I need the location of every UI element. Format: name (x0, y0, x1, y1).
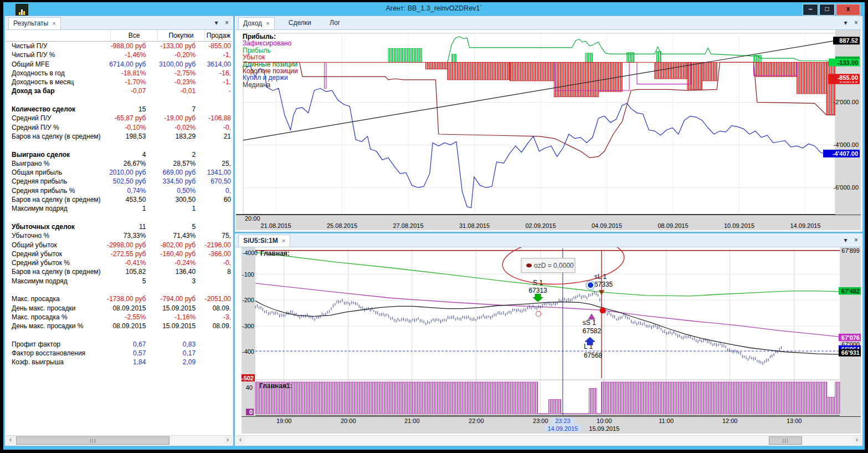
row-value-buys: 15.09.2015 (152, 304, 202, 313)
time-tick-label: 10:00 (597, 418, 612, 424)
tab-trades[interactable]: Сделки (284, 17, 316, 29)
title-bar[interactable]: Агент: BB_1.3_reinvOZDRev1` – □ x (3, 2, 865, 16)
scroll-right-button[interactable]: › (852, 436, 861, 445)
si-chart[interactable]: S 167313sL 167335sS 167582L 167568ozD = … (236, 247, 861, 435)
table-row[interactable]: Выиграно сделок 4 2 (6, 150, 232, 159)
panel-menu-icon[interactable]: ▾ (844, 19, 848, 27)
table-row[interactable]: Профит фактор 0,67 0,83 (6, 340, 232, 349)
row-value-all (103, 213, 153, 222)
table-row[interactable] (6, 286, 232, 294)
y-tick-label: -2'000.00 (833, 99, 859, 105)
scroll-grip-icon (783, 439, 788, 443)
table-row[interactable]: Средний убыток -272,55 руб -160,40 руб -… (6, 250, 232, 258)
table-row[interactable]: Фактор восстановления 0,57 0,17 (6, 349, 232, 358)
table-row[interactable]: Выиграно % 26,67% 28,57% 25, (6, 159, 232, 168)
table-row[interactable]: Макс. просадка % -2,55% -1,16% -3, (6, 313, 232, 322)
row-value-buys (152, 213, 202, 222)
close-button[interactable]: x (836, 4, 860, 16)
row-label: День макс. просадки (6, 304, 103, 313)
sub-pane-label: Главная1: (259, 382, 292, 390)
row-label: Средний П/У % (6, 123, 103, 132)
table-row[interactable]: Максимум подряд 5 3 (6, 277, 232, 286)
table-row[interactable]: Макс. просадка -1738,00 руб -794,00 руб … (6, 294, 232, 303)
results-hscrollbar[interactable]: ‹ › (6, 435, 232, 445)
panel-close-icon[interactable]: × (854, 236, 858, 244)
col-header-sells[interactable]: Продаж (205, 30, 232, 41)
income-chart[interactable]: 20:0021.08.201525.08.201527.08.201531.08… (236, 30, 861, 230)
row-value-sells: 25, (202, 159, 232, 168)
table-row[interactable]: Количество сделок 15 7 (6, 105, 232, 114)
table-row[interactable]: Средняя прибыль % 0,74% 0,50% 0, (6, 186, 232, 195)
row-value-sells: -106,88 (202, 114, 232, 123)
table-row[interactable]: Убыточных сделок 11 5 (6, 222, 232, 231)
panel-close-icon[interactable]: × (854, 19, 858, 27)
app-window: Агент: BB_1.3_reinvOZDRev1` – □ x Резуль… (3, 2, 865, 450)
table-row[interactable]: Общая прибыль 2010,00 руб 669,00 руб 134… (6, 168, 232, 177)
row-label (6, 213, 103, 222)
maximize-button[interactable]: □ (819, 4, 835, 16)
table-row[interactable]: Чистый П/У -988,00 руб -133,00 руб -855,… (6, 42, 232, 50)
table-row[interactable]: Доходность в год -18,81% -2,75% -16, (6, 69, 232, 78)
col-header-buys[interactable]: Покупки (158, 30, 205, 41)
tab-close-icon[interactable]: × (282, 235, 285, 247)
table-row[interactable]: Доход за бар -0,07 -0,01 - (6, 86, 232, 95)
time-tick-label: 23:00 (533, 418, 548, 424)
table-row[interactable]: Общий убыток -2998,00 руб -802,00 руб -2… (6, 241, 232, 250)
row-value-buys: 669,00 руб (152, 168, 202, 177)
row-value-all: 6714,00 руб (103, 60, 153, 69)
row-value-all (103, 286, 153, 294)
table-row[interactable]: Средний П/У % -0,10% -0,02% -0, (6, 123, 232, 132)
row-label: Доход за бар (6, 86, 103, 95)
row-value-buys: 0,17 (152, 349, 202, 358)
row-value-all: 502,50 руб (103, 177, 153, 186)
scroll-left-button[interactable]: ‹ (6, 436, 15, 445)
table-row[interactable]: Баров на сделку (в среднем) 105,82 136,4… (6, 267, 232, 276)
row-value-all: -2998,00 руб (103, 241, 153, 250)
tab-income[interactable]: Доход× (238, 17, 275, 29)
table-row[interactable]: День макс. просадки % 08.09.2015 15.09.2… (6, 322, 232, 330)
table-row[interactable]: День макс. просадки 08.09.2015 15.09.201… (6, 304, 232, 313)
table-row[interactable] (6, 331, 232, 340)
table-row[interactable]: Средний П/У -65,87 руб -19,00 руб -106,8… (6, 114, 232, 123)
scroll-thumb[interactable] (16, 436, 170, 445)
scroll-left-button[interactable]: ‹ (236, 436, 245, 445)
table-row[interactable] (6, 96, 232, 105)
tab-siu5[interactable]: SiU5:Si:1M× (238, 235, 290, 247)
table-row[interactable]: Средний убыток % -0,41% -0,24% -0, (6, 258, 232, 267)
table-row[interactable]: Баров на сделку (в среднем) 453,50 300,5… (6, 195, 232, 204)
table-row[interactable]: Общий MFE 6714,00 руб 3100,00 руб 3614,0… (6, 60, 232, 69)
row-value-sells: 3614,00 (202, 60, 232, 69)
row-label: Средний убыток (6, 250, 103, 258)
row-value-all: 11 (103, 222, 153, 231)
panel-menu-icon[interactable]: ▾ (215, 19, 218, 27)
scroll-right-button[interactable]: › (223, 436, 232, 445)
tab-close-icon[interactable]: × (52, 18, 55, 29)
tab-log[interactable]: Лог (325, 17, 345, 29)
panel-close-icon[interactable]: × (225, 19, 229, 27)
row-value-buys: -2,75% (152, 69, 202, 78)
table-row[interactable]: Баров на сделку (в среднем) 198,53 183,2… (6, 132, 232, 141)
table-row[interactable]: Максимум подряд 1 1 (6, 204, 232, 213)
panel-menu-icon[interactable]: ▾ (844, 236, 848, 244)
row-label (6, 331, 103, 340)
table-row[interactable] (6, 141, 232, 150)
table-row[interactable]: Убыточно % 73,33% 71,43% 75, (6, 231, 232, 240)
table-row[interactable]: Доходность в месяц -1,70% -0,23% -1, (6, 78, 232, 86)
row-label: Чистый П/У % (6, 50, 103, 59)
table-row[interactable]: Коэф. выигрыша 1,84 2,09 (6, 358, 232, 367)
row-value-all: 1 (103, 204, 153, 213)
minimize-button[interactable]: – (803, 4, 818, 16)
x-tick-label: 14.09.2015 (790, 222, 820, 229)
tab-results[interactable]: Результаты× (8, 17, 61, 29)
y-tick-label: -4'000.00 (833, 141, 859, 148)
table-row[interactable]: Средняя прибыль 502,50 руб 334,50 руб 67… (6, 177, 232, 186)
table-row[interactable]: Чистый П/У % -1,46% -0,20% -1, (6, 50, 232, 59)
main-pane-label: Главная: (260, 250, 290, 257)
si-hscrollbar[interactable]: ‹ › (236, 435, 861, 445)
row-value-buys: -0,24% (152, 258, 202, 267)
left-tick-label: -400 (242, 348, 254, 355)
col-header-all[interactable]: Все (111, 30, 158, 41)
table-row[interactable] (6, 213, 232, 222)
tab-close-icon[interactable]: × (266, 18, 269, 29)
scroll-thumb[interactable] (769, 436, 802, 445)
